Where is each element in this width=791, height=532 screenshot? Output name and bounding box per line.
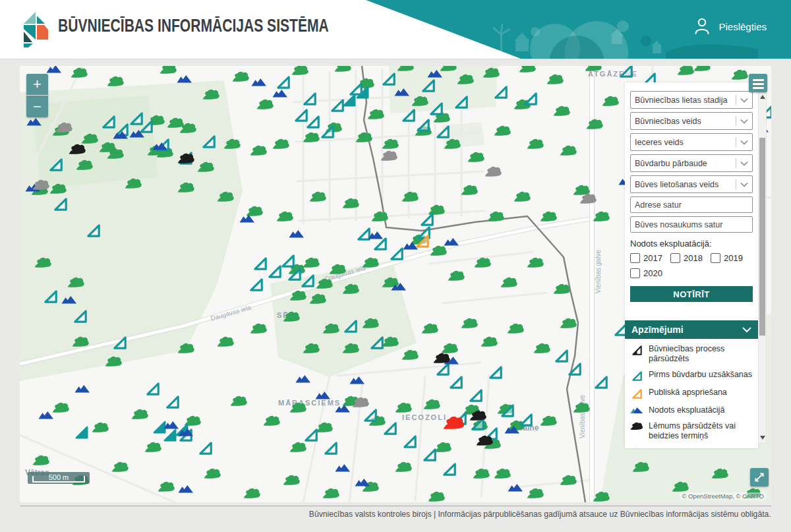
legend-item-label: Nodots ekspluatācijā (649, 405, 724, 415)
checkbox-icon (630, 253, 640, 263)
filter-dropdown-list: Būvniecības lietas stadija Būvniecības v… (630, 91, 753, 193)
filter-dropdown-2[interactable]: Ieceres veids (630, 133, 753, 151)
dropdown-divider (736, 179, 736, 189)
chevron-down-icon (740, 161, 748, 166)
chevron-down-icon (740, 119, 748, 124)
footer-divider (20, 506, 771, 506)
legend-item-label: Būvnecība (649, 447, 688, 448)
legend-item-label: Pirms būvdarbu uzsākšanas (649, 370, 752, 380)
zoom-out-button[interactable]: − (26, 96, 48, 117)
legend-list: Būvniecības process pārsūdzēts Pirms būv… (630, 339, 753, 448)
year-checkbox-2020[interactable]: 2020 (630, 268, 670, 278)
hamburger-icon (752, 79, 764, 89)
year-label: 2019 (724, 253, 743, 263)
dropdown-label: Būves lietošanas veids (631, 180, 736, 189)
legend-item: Būvnecība (630, 447, 753, 448)
dropdown-divider (736, 137, 736, 147)
panel-scrollbar[interactable] (758, 91, 767, 444)
app-title: BŪVNIECĪBAS INFORMĀCIJAS SISTĒMA (58, 16, 329, 36)
dropdown-divider (736, 116, 736, 126)
fullscreen-button[interactable] (750, 468, 769, 487)
checkbox-icon (711, 253, 720, 263)
legend-item-label: Būvniecības process pārsūdzēts (649, 344, 753, 364)
dropdown-divider (736, 95, 736, 105)
page: Pieslēgties BŪVNIECĪBAS INFORMĀCIJAS SIS… (0, 0, 791, 532)
app-logo[interactable] (22, 9, 55, 47)
filter-dropdown-0[interactable]: Būvniecības lietas stadija (630, 91, 753, 109)
legend-item: Publiskā apspriešana (630, 388, 753, 399)
header-banner: Pieslēgties (356, 0, 791, 59)
app-header: Pieslēgties BŪVNIECĪBAS INFORMĀCIJAS SIS… (0, 0, 791, 59)
building-name-input[interactable] (630, 216, 753, 233)
menu-button[interactable] (749, 74, 767, 92)
legend-item-label: Publiskā apspriešana (649, 388, 727, 398)
legend-item: Būvniecības process pārsūdzēts (630, 344, 753, 364)
scroll-down-arrow[interactable] (759, 434, 766, 442)
legend-header[interactable]: Apzīmējumi (625, 320, 758, 339)
scale-label: 500 m (49, 473, 69, 481)
triangle-teal-icon (630, 370, 643, 382)
filter-panel: Būvniecības lietas stadija Būvniecības v… (625, 82, 758, 448)
dropdown-label: Ieceres veids (631, 138, 736, 147)
checkbox-icon (630, 268, 640, 278)
zoom-controls: + − (26, 74, 48, 117)
login-button[interactable]: Pieslēgties (693, 17, 767, 36)
legend-item: Lēmums pārsūdzēts vai beidzies termiņš (630, 421, 753, 441)
filter-dropdown-3[interactable]: Būvdarbu pārbaude (630, 154, 753, 172)
blob-black-icon (630, 421, 643, 430)
dropdown-label: Būvdarbu pārbaude (631, 159, 736, 168)
expand-icon (753, 471, 766, 484)
exploitation-label: Nodots ekspluatācijā: (630, 239, 753, 249)
user-icon (693, 17, 711, 36)
year-label: 2018 (684, 253, 703, 263)
blob-green-icon (630, 447, 643, 448)
filter-dropdown-1[interactable]: Būvniecības veids (630, 112, 753, 130)
scroll-up-arrow[interactable] (759, 93, 766, 101)
address-input[interactable] (630, 196, 753, 213)
footer-text: Būvniecības valsts kontroles birojs | In… (309, 509, 771, 519)
chevron-down-icon (740, 98, 748, 103)
scroll-thumb[interactable] (759, 138, 765, 336)
year-label: 2020 (643, 268, 662, 278)
map-scale-bar: 500 m (28, 472, 90, 484)
dropdown-label: Būvniecības lietas stadija (631, 96, 736, 105)
legend-title: Apzīmējumi (631, 324, 684, 335)
year-label: 2017 (643, 253, 662, 263)
triangle-orange-icon (630, 388, 643, 399)
legend-item-label: Lēmums pārsūdzēts vai beidzies termiņš (649, 421, 753, 441)
dropdown-label: Būvniecības veids (631, 117, 736, 126)
triangle-half-black-icon (630, 344, 643, 356)
year-checkbox-2019[interactable]: 2019 (711, 253, 751, 263)
clear-filters-button[interactable]: NOTĪRĪT (630, 286, 753, 302)
legend-item: Pirms būvdarbu uzsākšanas (630, 370, 753, 382)
chevron-down-icon (740, 182, 748, 187)
year-checkbox-2018[interactable]: 2018 (670, 253, 711, 263)
map-attribution[interactable]: © OpenStreetMap, © CARTO (680, 492, 766, 500)
zoom-in-button[interactable]: + (26, 74, 48, 96)
login-label: Pieslēgties (718, 21, 767, 32)
filter-dropdown-4[interactable]: Būves lietošanas veids (630, 175, 753, 193)
mountains-blue-icon (630, 405, 643, 415)
year-checkbox-group: 2017 2018 2019 2020 (630, 253, 753, 278)
chevron-down-icon (740, 140, 748, 145)
chevron-down-icon (742, 327, 751, 333)
year-checkbox-2017[interactable]: 2017 (630, 253, 670, 263)
legend-item: Nodots ekspluatācijā (630, 405, 753, 415)
map-canvas[interactable]: ATGĀZENESĒLIMĀRASCIEMSIECOZOLITīraineVēt… (20, 66, 771, 502)
dropdown-divider (736, 158, 736, 168)
checkbox-icon (670, 253, 680, 263)
